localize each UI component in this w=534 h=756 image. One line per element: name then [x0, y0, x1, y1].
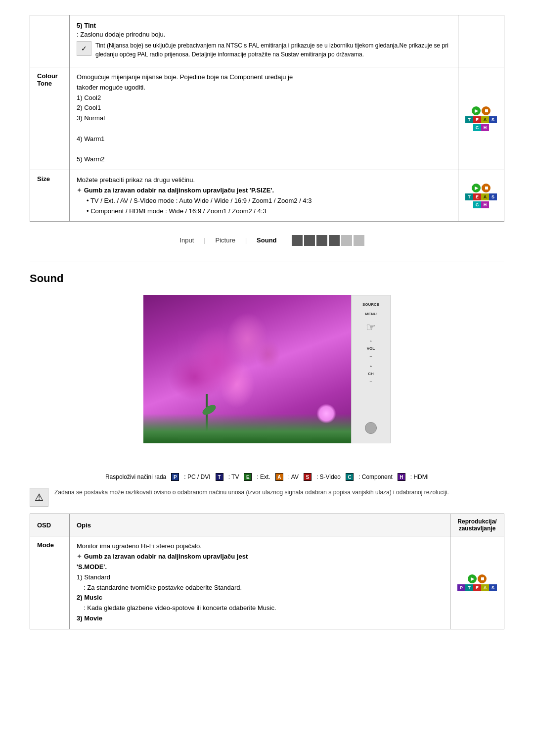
teas-icon-group: ▶ ⏹ T E A S C H: [465, 106, 497, 131]
size-label: Size: [30, 170, 70, 222]
col-reprodukcija: Reprodukcija/zaustavljanje: [450, 514, 504, 536]
standard-desc: : Za standardne tvorničke postavke odabe…: [84, 584, 242, 591]
mode-text: Monitor ima ugrađeno Hi-Fi stereo pojača…: [77, 541, 443, 623]
letter-H: H: [481, 124, 489, 131]
colour-tone-icons: ▶ ⏹ T E A S C H: [458, 67, 504, 170]
letter-C2: C: [473, 201, 481, 208]
pteas-letters: P T E A S: [457, 584, 497, 591]
colour-tone-label: ColourTone: [30, 67, 70, 170]
mode-icons: ▶ ⏹ P T E A S: [450, 536, 504, 629]
letter-E: E: [473, 116, 481, 123]
letter-P: P: [457, 584, 465, 591]
teas-letters: T E A S: [465, 116, 497, 123]
minus-label: –: [370, 354, 372, 358]
nav-picture[interactable]: Picture: [206, 234, 245, 247]
nav-sound[interactable]: Sound: [247, 234, 286, 247]
row-title: 5) Tint: [77, 22, 451, 29]
tv-image-container: SOURCE MENU ☞ + VOL – + CH –: [30, 295, 504, 463]
ch-row-2: C H: [473, 201, 489, 208]
power-button[interactable]: [365, 422, 377, 434]
badge-C: C: [346, 473, 354, 481]
letter-E2: E: [473, 193, 481, 200]
row-subtitle: : Zaslonu dodaje prirodnu boju.: [77, 31, 451, 38]
music-desc: : Kada gledate glazbene video-spotove il…: [84, 604, 276, 612]
letter-E3: E: [473, 584, 481, 591]
teas-icon-group-2: ▶ ⏹ T E A S C H: [465, 184, 497, 208]
pteas-circles: ▶ ⏹: [468, 574, 487, 583]
tint-note-text: Tint (Nijansa boje) se uključuje prebaci…: [95, 41, 451, 59]
table-row: 5) Tint : Zaslonu dodaje prirodnu boju. …: [30, 15, 504, 67]
badge-E: E: [244, 473, 252, 481]
section-divider: [30, 262, 504, 262]
ch-label: CH: [368, 372, 374, 376]
sound-section-title: Sound: [30, 272, 504, 285]
circle-orange: ⏹: [482, 106, 490, 115]
col-opis: Opis: [70, 514, 450, 536]
plus-label: +: [370, 339, 372, 343]
vol-label: VOL: [367, 346, 375, 351]
tv-frame: SOURCE MENU ☞ + VOL – + CH –: [143, 295, 391, 463]
letter-S: S: [489, 116, 497, 123]
plus2-label: +: [370, 364, 372, 369]
colour-tone-text: Omogućuje mijenjanje nijanse boje. Pojed…: [77, 72, 451, 165]
mode-label: Mode: [30, 536, 70, 629]
source-pcdvi: : PC / DVI: [184, 473, 210, 480]
size-text: Možete prebaciti prikaz na drugu veličin…: [77, 175, 451, 216]
letter-A3: A: [481, 584, 489, 591]
table-row: ColourTone Omogućuje mijenjanje nijanse …: [30, 67, 504, 170]
teas-letters-2: T E A S: [465, 193, 497, 200]
teas-circles: ▶ ⏹: [472, 106, 490, 115]
mode-label-text: Mode: [37, 541, 54, 549]
nav-input[interactable]: Input: [170, 234, 204, 247]
source-ext: : Ext.: [257, 473, 270, 480]
check-icon: ✓: [77, 41, 91, 56]
letter-C: C: [473, 124, 481, 131]
mode-desc: Monitor ima ugrađeno Hi-Fi stereo pojača…: [70, 536, 450, 629]
note-text: Zadana se postavka može razlikovati ovis…: [54, 488, 449, 497]
letter-H2: H: [481, 201, 489, 208]
navigation-bar: Input | Picture | Sound: [30, 234, 504, 247]
note-icon: ⚠: [30, 488, 48, 507]
hand-icon: ☞: [366, 321, 376, 334]
circle-green-2: ▶: [472, 184, 481, 192]
nav-box-3: [316, 235, 327, 246]
note-box: ⚠ Zadana se postavka može razlikovati ov…: [30, 488, 504, 507]
letter-S3: S: [489, 584, 497, 591]
badge-S: S: [304, 473, 312, 481]
badge-P: P: [171, 473, 179, 481]
nav-box-1: [292, 235, 303, 246]
letter-T2: T: [465, 193, 473, 200]
pteas-circle-orange: ⏹: [478, 574, 487, 583]
minus2-label: –: [370, 379, 372, 383]
nav-boxes: [292, 235, 364, 246]
source-hdmi: : HDMI: [410, 473, 429, 480]
col-osd: OSD: [30, 514, 70, 536]
top-content-table: 5) Tint : Zaslonu dodaje prirodnu boju. …: [30, 15, 504, 222]
nav-box-6: [354, 235, 364, 246]
table-row: Size Možete prebaciti prikaz na drugu ve…: [30, 170, 504, 222]
pteas-circle-green: ▶: [468, 574, 477, 583]
size-icons: ▶ ⏹ T E A S C H: [458, 170, 504, 222]
letter-T: T: [465, 116, 473, 123]
ch-row: C H: [473, 124, 489, 131]
source-svideo: : S-Video: [316, 473, 341, 480]
flower-background: [143, 295, 351, 443]
nav-box-5: [341, 235, 352, 246]
tv-screen: [143, 295, 351, 443]
tint-note: ✓ Tint (Nijansa boje) se uključuje preba…: [77, 41, 451, 59]
nav-box-2: [304, 235, 315, 246]
menu-label: MENU: [365, 312, 377, 316]
badge-A: A: [275, 473, 283, 481]
badge-H: H: [398, 473, 405, 481]
source-bar-label: Raspoloživi načini rada: [105, 473, 166, 480]
circle-green: ▶: [472, 106, 481, 115]
letter-A2: A: [481, 193, 489, 200]
row-desc: 5) Tint : Zaslonu dodaje prirodnu boju. …: [70, 15, 458, 67]
colour-tone-desc: Omogućuje mijenjanje nijanse boje. Pojed…: [70, 67, 458, 170]
size-desc: Možete prebaciti prikaz na drugu veličin…: [70, 170, 458, 222]
table-row: Mode Monitor ima ugrađeno Hi-Fi stereo p…: [30, 536, 504, 629]
row-label: [30, 15, 70, 67]
circle-orange-2: ⏹: [482, 184, 490, 192]
row-icon-cell: [458, 15, 504, 67]
source-label: SOURCE: [362, 302, 379, 307]
